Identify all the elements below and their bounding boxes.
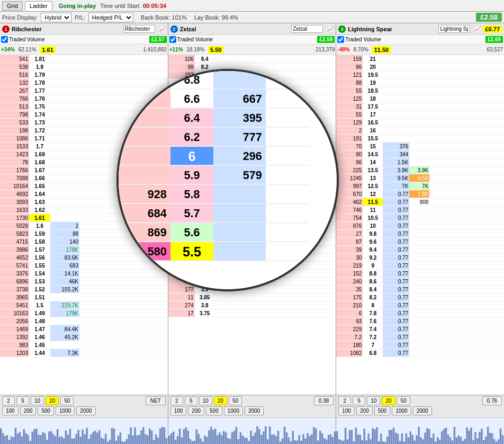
ladder-price[interactable]: 1.47	[29, 325, 50, 333]
back-volume[interactable]: 683	[50, 262, 79, 269]
back-volume[interactable]: 178K	[50, 246, 79, 253]
lay-volume[interactable]: 670	[336, 190, 363, 198]
lay-volume[interactable]: 513	[0, 103, 29, 110]
back-volume[interactable]	[215, 301, 241, 309]
ladder-row[interactable]: 35 8.4 0.77	[336, 286, 504, 294]
back-volume[interactable]: 0.77	[383, 222, 409, 229]
back-volume[interactable]: 0.77	[383, 309, 409, 317]
stake-btn-2-lightning-spear[interactable]: 2	[338, 396, 351, 405]
ladder-row[interactable]: 3965 1.51	[0, 294, 168, 301]
lay-volume[interactable]: 538	[0, 63, 29, 70]
ladder-row[interactable]: 129 16.5	[336, 119, 504, 127]
back-volume[interactable]: 376	[383, 143, 409, 150]
back-volume[interactable]: 84.4K	[50, 325, 79, 333]
ladder-price[interactable]: 1.57	[29, 246, 50, 253]
lay-volume[interactable]: 98	[168, 63, 195, 70]
lay-volume[interactable]: 766	[0, 95, 29, 102]
chart-icon-lightning-spear[interactable]: 📈	[474, 26, 481, 32]
back-volume[interactable]: 0.77	[383, 230, 409, 237]
lay-volume[interactable]: 1633	[0, 206, 29, 214]
ladder-row[interactable]: 538 1.8	[0, 63, 168, 71]
horse-search-ribchester[interactable]	[123, 25, 155, 33]
lay-volume[interactable]: 2056	[0, 317, 29, 325]
back-volume[interactable]	[383, 71, 409, 78]
ladder-price[interactable]: 19.5	[363, 71, 383, 78]
back-volume[interactable]: 0.77	[383, 246, 409, 253]
lay-volume[interactable]: 1423	[0, 150, 29, 158]
back-volume[interactable]	[50, 214, 79, 221]
ladder-price[interactable]: 8.6	[363, 278, 383, 285]
stake-btn-10-ribchester[interactable]: 10	[31, 396, 44, 405]
back-volume[interactable]	[383, 119, 409, 126]
lay-volume[interactable]: 106	[168, 55, 195, 63]
ladder-row[interactable]: 1245 13 9.5K 9.5K	[336, 174, 504, 182]
back-volume[interactable]: 1.5K	[383, 158, 409, 166]
lay-volume[interactable]: 175	[336, 294, 363, 301]
back-volume[interactable]: 229.7K	[50, 301, 79, 309]
pl-select[interactable]: Hedged P/L	[88, 13, 133, 22]
ladder-price[interactable]: 1.76	[29, 95, 50, 102]
ladder-price[interactable]: 11.5	[363, 198, 383, 206]
ladder-price[interactable]: 15.5	[363, 135, 383, 142]
back-volume[interactable]: 0.77	[383, 206, 409, 214]
back-volume[interactable]: 0.77	[383, 333, 409, 341]
back-volume[interactable]	[50, 79, 79, 86]
back-volume[interactable]: 2	[50, 222, 79, 229]
ladder-row[interactable]: 1203 1.44 7.3K	[0, 349, 168, 357]
lay-volume[interactable]: 1730	[0, 214, 29, 221]
ladder-row[interactable]: 86 20	[336, 63, 504, 71]
lay-volume[interactable]: 274	[168, 301, 195, 309]
ladder-price[interactable]: 9.4	[363, 246, 383, 253]
ladder-price[interactable]: 8.4	[363, 286, 383, 293]
ladder-price[interactable]: 1.79	[29, 71, 50, 78]
back-volume[interactable]: 155.2K	[50, 286, 79, 293]
chart-icon-ribchester[interactable]: 📈	[159, 26, 166, 32]
ladder-price[interactable]: 20	[363, 63, 383, 70]
back-volume[interactable]	[50, 87, 79, 94]
back-volume[interactable]: 3.9K	[383, 166, 409, 174]
back-volume[interactable]: 14.1K	[50, 270, 79, 277]
lay-volume[interactable]: 11	[168, 294, 195, 301]
lay-volume[interactable]: 516	[0, 71, 29, 78]
ladder-price[interactable]: 18.5	[363, 87, 383, 94]
back-volume[interactable]: 0.77	[383, 349, 409, 357]
ladder-row[interactable]: 229 7.4 0.77	[336, 325, 504, 333]
ladder-price[interactable]: 1.61	[29, 214, 50, 221]
ladder-row[interactable]: 225 13.5 3.9K 3.9K	[336, 166, 504, 174]
lay-volume[interactable]: 5028	[0, 222, 29, 229]
lay-volume[interactable]: 35	[336, 286, 363, 293]
lay-volume[interactable]: 4715	[0, 238, 29, 245]
ladder-row[interactable]: 2 16	[336, 127, 504, 135]
lay-volume[interactable]: 2	[336, 127, 363, 134]
lay-volume[interactable]: 27	[336, 230, 363, 237]
ladder-row[interactable]: 152 8.8 0.77	[336, 270, 504, 278]
lay-volume[interactable]: 7088	[0, 174, 29, 182]
lay-volume[interactable]: 55	[336, 87, 363, 94]
back-volume[interactable]	[50, 119, 79, 126]
back-volume[interactable]: 0.77	[383, 325, 409, 333]
stake-btn-20-zelzal[interactable]: 20	[214, 396, 227, 405]
ladder-row[interactable]: 11 3.85	[168, 294, 336, 301]
back-volume[interactable]	[50, 190, 79, 198]
ladder-row[interactable]: 274 3.8	[168, 301, 336, 309]
lay-volume[interactable]: 70	[336, 143, 363, 150]
ladder-row[interactable]: 106 8.4	[168, 55, 336, 63]
back-volume[interactable]	[50, 95, 79, 102]
back-volume[interactable]	[50, 206, 79, 214]
ladder-price[interactable]: 17	[363, 111, 383, 118]
ladder-row[interactable]: 240 8.6 0.77	[336, 278, 504, 286]
back-volume[interactable]: 0.77	[383, 286, 409, 293]
back-volume[interactable]	[383, 63, 409, 70]
size-btn-500-lightning-spear[interactable]: 500	[374, 406, 391, 415]
size-btn-100-lightning-spear[interactable]: 100	[338, 406, 355, 415]
back-volume[interactable]	[215, 309, 241, 317]
lay-volume[interactable]: 125	[336, 95, 363, 102]
stake-btn-50-ribchester[interactable]: 50	[60, 396, 74, 405]
lay-volume[interactable]: 798	[0, 111, 29, 118]
ladder-row[interactable]: 746 11 0.77	[336, 206, 504, 214]
back-volume[interactable]	[50, 174, 79, 182]
stake-btn-2-ribchester[interactable]: 2	[2, 396, 15, 405]
lay-volume[interactable]: 3738	[0, 286, 29, 293]
back-volume[interactable]	[50, 71, 79, 78]
back-volume[interactable]: 179K	[50, 309, 79, 317]
